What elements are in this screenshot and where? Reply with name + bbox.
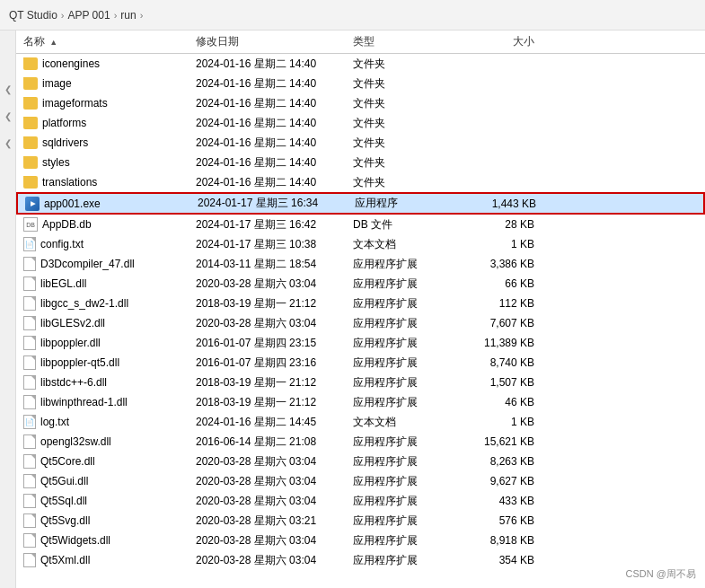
table-row[interactable]: opengl32sw.dll 2016-06-14 星期二 21:08 应用程序… — [16, 432, 705, 452]
table-row[interactable]: platforms 2024-01-16 星期二 14:40 文件夹 — [16, 113, 705, 133]
cell-name: Qt5Svg.dll — [16, 513, 196, 528]
dll-icon — [23, 434, 36, 449]
cell-name: imageformats — [16, 97, 196, 110]
cell-type: 文件夹 — [353, 175, 461, 190]
cell-name: Qt5Widgets.dll — [16, 533, 196, 548]
cell-name: platforms — [16, 117, 196, 129]
file-name: D3Dcompiler_47.dll — [40, 258, 135, 270]
cell-type: 文件夹 — [353, 76, 461, 92]
table-row[interactable]: iconengines 2024-01-16 星期二 14:40 文件夹 — [16, 54, 705, 74]
table-row[interactable]: translations 2024-01-16 星期二 14:40 文件夹 — [16, 172, 705, 192]
sidebar-arrow-3[interactable]: ❮ — [4, 138, 13, 147]
dll-icon — [23, 553, 36, 567]
cell-name: Qt5Core.dll — [16, 454, 196, 469]
cell-date: 2020-03-28 星期六 03:04 — [196, 454, 353, 470]
cell-date: 2024-01-16 星期二 14:40 — [196, 57, 353, 72]
cell-date: 2020-03-28 星期六 03:04 — [196, 276, 353, 292]
cell-size: 15,621 KB — [461, 435, 542, 448]
col-header-size[interactable]: 大小 — [461, 34, 542, 49]
cell-date: 2024-01-16 星期二 14:40 — [196, 76, 353, 92]
table-row[interactable]: libstdc++-6.dll 2018-03-19 星期一 21:12 应用程… — [16, 373, 705, 392]
watermark: CSDN @周不易 — [626, 567, 696, 581]
table-row[interactable]: 📄 config.txt 2024-01-17 星期三 10:38 文本文档 1… — [16, 234, 705, 254]
table-row[interactable]: Qt5Xml.dll 2020-03-28 星期六 03:04 应用程序扩展 3… — [16, 550, 705, 570]
cell-name: libEGL.dll — [16, 276, 196, 291]
file-name: Qt5Svg.dll — [40, 514, 90, 527]
file-name: libstdc++-6.dll — [40, 376, 107, 389]
table-row[interactable]: Qt5Widgets.dll 2020-03-28 星期六 03:04 应用程序… — [16, 531, 705, 550]
cell-size: 1 KB — [461, 238, 542, 250]
dll-icon — [23, 454, 36, 469]
cell-type: 文件夹 — [353, 96, 461, 111]
cell-type: 文件夹 — [353, 155, 461, 171]
cell-date: 2018-03-19 星期一 21:12 — [196, 296, 353, 312]
col-header-type[interactable]: 类型 — [353, 34, 461, 49]
cell-type: 应用程序 — [355, 196, 463, 211]
cell-date: 2016-06-14 星期二 21:08 — [196, 434, 353, 450]
breadcrumb-sep-1: › — [61, 10, 65, 21]
cell-date: 2018-03-19 星期一 21:12 — [196, 375, 353, 391]
table-row[interactable]: styles 2024-01-16 星期二 14:40 文件夹 — [16, 153, 705, 172]
sidebar-arrow-1[interactable]: ❮ — [4, 84, 13, 93]
breadcrumb-run[interactable]: run — [120, 9, 136, 22]
cell-name: 📄 log.txt — [16, 415, 196, 429]
cell-size: 8,918 KB — [461, 534, 542, 547]
file-name: imageformats — [42, 97, 108, 110]
dll-icon — [23, 276, 36, 291]
cell-size: 28 KB — [461, 218, 542, 231]
table-row[interactable]: Qt5Gui.dll 2020-03-28 星期六 03:04 应用程序扩展 9… — [16, 471, 705, 491]
cell-type: 应用程序扩展 — [353, 276, 461, 292]
cell-name: Qt5Xml.dll — [16, 553, 196, 567]
breadcrumb-sep-3: › — [140, 10, 144, 21]
cell-size: 8,740 KB — [461, 356, 542, 369]
file-area: 名称 ▲ 修改日期 类型 大小 iconengines 2024-01-16 星… — [16, 31, 705, 588]
table-row[interactable]: libEGL.dll 2020-03-28 星期六 03:04 应用程序扩展 6… — [16, 274, 705, 294]
cell-date: 2024-01-16 星期二 14:40 — [196, 136, 353, 151]
file-name: libEGL.dll — [40, 277, 86, 290]
cell-date: 2024-01-17 星期三 10:38 — [196, 237, 353, 252]
table-row[interactable]: D3Dcompiler_47.dll 2014-03-11 星期二 18:54 … — [16, 254, 705, 274]
table-row[interactable]: libgcc_s_dw2-1.dll 2018-03-19 星期一 21:12 … — [16, 294, 705, 313]
file-name: libgcc_s_dw2-1.dll — [40, 297, 128, 310]
table-row[interactable]: 📄 log.txt 2024-01-16 星期二 14:45 文本文档 1 KB — [16, 412, 705, 432]
dll-icon — [23, 257, 36, 271]
table-row[interactable]: image 2024-01-16 星期二 14:40 文件夹 — [16, 74, 705, 93]
cell-date: 2020-03-28 星期六 03:04 — [196, 533, 353, 549]
cell-name: libpoppler.dll — [16, 336, 196, 350]
table-row[interactable]: imageformats 2024-01-16 星期二 14:40 文件夹 — [16, 93, 705, 113]
cell-name: 📄 config.txt — [16, 237, 196, 251]
file-name: log.txt — [40, 416, 69, 428]
table-row[interactable]: Qt5Sql.dll 2020-03-28 星期六 03:04 应用程序扩展 4… — [16, 491, 705, 511]
table-row[interactable]: libpoppler.dll 2016-01-07 星期四 23:15 应用程序… — [16, 333, 705, 353]
cell-name: libwinpthread-1.dll — [16, 395, 196, 409]
cell-date: 2024-01-16 星期二 14:40 — [196, 116, 353, 131]
file-name: Qt5Core.dll — [40, 455, 95, 468]
breadcrumb-app001[interactable]: APP 001 — [67, 9, 110, 22]
file-name: iconengines — [42, 57, 100, 70]
folder-icon — [23, 156, 38, 169]
table-row[interactable]: libGLESv2.dll 2020-03-28 星期六 03:04 应用程序扩… — [16, 313, 705, 333]
cell-size: 433 KB — [461, 495, 542, 507]
sidebar-arrow-2[interactable]: ❮ — [4, 111, 13, 120]
table-row[interactable]: libpoppler-qt5.dll 2016-01-07 星期四 23:16 … — [16, 353, 705, 373]
table-row[interactable]: sqldrivers 2024-01-16 星期二 14:40 文件夹 — [16, 133, 705, 153]
table-row[interactable]: libwinpthread-1.dll 2018-03-19 星期一 21:12… — [16, 392, 705, 412]
col-header-date[interactable]: 修改日期 — [196, 34, 353, 49]
col-header-name[interactable]: 名称 ▲ — [16, 34, 196, 49]
cell-date: 2014-03-11 星期二 18:54 — [196, 257, 353, 272]
cell-type: 应用程序扩展 — [353, 553, 461, 568]
table-row[interactable]: Qt5Core.dll 2020-03-28 星期六 03:04 应用程序扩展 … — [16, 452, 705, 471]
cell-size: 576 KB — [461, 514, 542, 527]
table-row[interactable]: Qt5Svg.dll 2020-03-28 星期六 03:21 应用程序扩展 5… — [16, 511, 705, 531]
cell-date: 2024-01-17 星期三 16:42 — [196, 217, 353, 233]
file-name: opengl32sw.dll — [40, 435, 111, 448]
breadcrumb-qt-studio[interactable]: QT Studio — [9, 9, 57, 22]
dll-icon — [23, 296, 36, 311]
table-row[interactable]: ▶ app001.exe 2024-01-17 星期三 16:34 应用程序 1… — [16, 192, 705, 215]
cell-name: libpoppler-qt5.dll — [16, 355, 196, 370]
cell-name: translations — [16, 176, 196, 189]
table-row[interactable]: DB AppDB.db 2024-01-17 星期三 16:42 DB 文件 2… — [16, 215, 705, 234]
cell-size: 1,443 KB — [463, 197, 543, 210]
cell-date: 2024-01-16 星期二 14:40 — [196, 155, 353, 171]
cell-date: 2020-03-28 星期六 03:21 — [196, 513, 353, 529]
